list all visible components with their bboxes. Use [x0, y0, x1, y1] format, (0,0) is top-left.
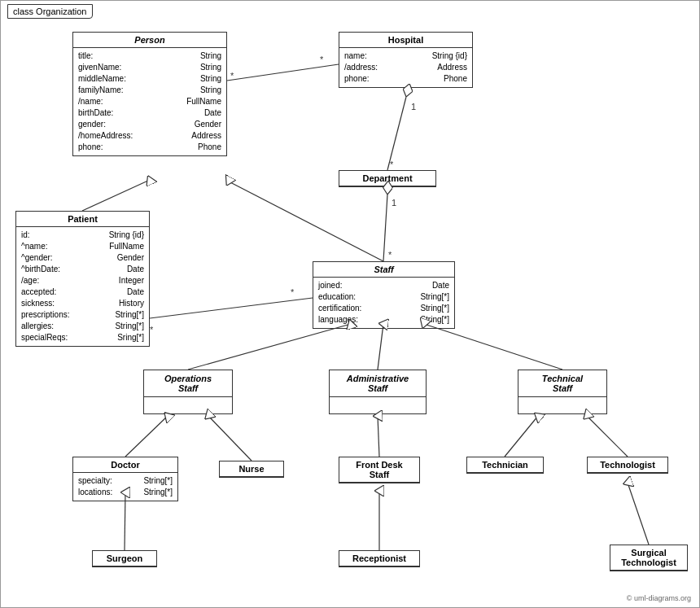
copyright-text: © uml-diagrams.org: [627, 594, 691, 602]
svg-text:1: 1: [411, 102, 416, 112]
svg-line-17: [188, 324, 351, 370]
class-person-title: Person: [73, 33, 226, 48]
svg-text:*: *: [291, 287, 295, 297]
svg-text:*: *: [230, 71, 234, 81]
class-patient: Patient id:String {id} ^name:FullName ^g…: [15, 211, 150, 347]
svg-line-24: [587, 416, 628, 457]
svg-line-22: [378, 416, 379, 457]
svg-text:*: *: [390, 160, 394, 169]
class-technician: Technician: [466, 457, 544, 474]
class-patient-attrs: id:String {id} ^name:FullName ^gender:Ge…: [16, 227, 149, 346]
class-administrative-staff-title: AdministrativeStaff: [330, 370, 426, 397]
class-technician-title: Technician: [467, 457, 543, 473]
class-technical-staff: TechnicalStaff: [518, 370, 607, 414]
class-hospital: Hospital name:String {id} /address:Addre…: [339, 32, 473, 88]
class-department-title: Department: [339, 171, 435, 186]
class-technologist-title: Technologist: [588, 457, 667, 473]
class-hospital-title: Hospital: [339, 33, 472, 48]
svg-text:*: *: [150, 325, 154, 335]
class-patient-title: Patient: [16, 212, 149, 227]
class-administrative-staff: AdministrativeStaff: [329, 370, 427, 414]
class-surgical-technologist-title: SurgicalTechnologist: [610, 545, 687, 571]
class-front-desk-staff: Front DeskStaff: [339, 457, 420, 483]
class-technologist: Technologist: [587, 457, 668, 474]
svg-line-20: [125, 416, 168, 457]
class-department: Department: [339, 170, 436, 187]
svg-text:*: *: [388, 250, 392, 260]
class-person: Person title:String givenName:String mid…: [72, 32, 227, 156]
class-doctor: Doctor specialty:String[*] locations:Str…: [72, 457, 178, 501]
class-nurse-title: Nurse: [220, 461, 283, 477]
svg-line-27: [628, 483, 649, 545]
class-staff: Staff joined:Date education:String[*] ce…: [313, 261, 455, 329]
svg-line-14: [150, 298, 313, 318]
class-receptionist: Receptionist: [339, 550, 420, 567]
svg-line-18: [378, 324, 383, 370]
class-receptionist-title: Receptionist: [339, 551, 419, 566]
svg-text:1: 1: [392, 198, 396, 208]
diagram-title: class Organization: [7, 4, 93, 19]
class-person-attrs: title:String givenName:String middleName…: [73, 48, 226, 155]
svg-line-11: [227, 64, 339, 81]
class-staff-title: Staff: [313, 262, 454, 278]
class-surgical-technologist: SurgicalTechnologist: [610, 545, 688, 571]
svg-text:*: *: [320, 55, 324, 64]
svg-line-21: [208, 416, 252, 461]
class-technical-staff-title: TechnicalStaff: [518, 370, 606, 397]
class-surgeon-title: Surgeon: [93, 551, 156, 566]
svg-line-4: [229, 182, 383, 261]
class-doctor-title: Doctor: [73, 457, 177, 473]
class-doctor-attrs: specialty:String[*] locations:String[*]: [73, 473, 177, 501]
class-front-desk-staff-title: Front DeskStaff: [339, 457, 419, 483]
diagram-container: class Organization Person title:String g…: [0, 0, 700, 608]
svg-line-5: [387, 97, 406, 170]
svg-line-19: [424, 324, 562, 370]
svg-line-23: [505, 416, 538, 457]
class-surgeon: Surgeon: [92, 550, 157, 567]
svg-line-3: [82, 180, 150, 211]
class-hospital-attrs: name:String {id} /address:Address phone:…: [339, 48, 472, 87]
class-staff-attrs: joined:Date education:String[*] certific…: [313, 278, 454, 328]
class-operations-staff-title: OperationsStaff: [144, 370, 232, 397]
svg-line-8: [383, 195, 387, 261]
class-operations-staff: OperationsStaff: [143, 370, 233, 414]
class-nurse: Nurse: [219, 461, 284, 478]
